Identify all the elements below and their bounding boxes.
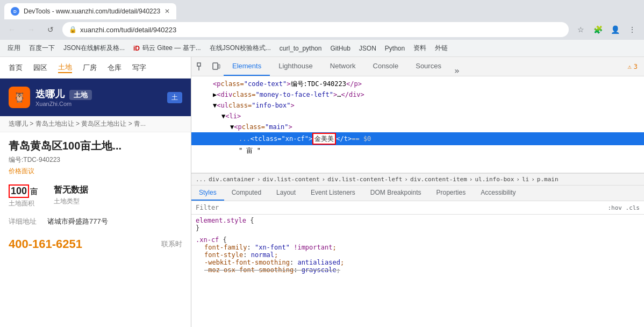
bookmark-external[interactable]: 外链: [432, 42, 451, 54]
styles-panel: Styles Computed Layout Event Listeners D…: [191, 186, 644, 327]
site-logo[interactable]: 🦉: [9, 87, 30, 108]
tab-elements[interactable]: Elements: [224, 57, 270, 76]
phone-area: 400-161-6251 联系时: [0, 231, 191, 258]
area-unit: 亩: [30, 187, 38, 197]
highlighted-text: 金美美: [312, 133, 336, 145]
breadcrumb-ul-infobox[interactable]: ul.info-box: [475, 176, 514, 183]
star-icon[interactable]: ☆: [573, 22, 588, 37]
breadcrumb-div-list-content-left[interactable]: div.list-content-left: [327, 176, 402, 183]
browser-tab[interactable]: D DevTools - www.xuanzhi.com/tudi/detail…: [4, 3, 176, 19]
nav-item-park[interactable]: 园区: [33, 63, 47, 73]
bookmarks-bar: 应用 百度一下 JSON在线解析及格... iD 码云 Gitee — 基于..…: [0, 40, 644, 57]
breadcrumb-div-list-content[interactable]: div.list-content: [263, 176, 320, 183]
address-bar[interactable]: 🔒 xuanzhi.com/tudi/detail/940223: [62, 22, 569, 37]
favicon-letter: D: [13, 9, 17, 14]
menu-icon[interactable]: ⋮: [625, 22, 640, 37]
stat-area: 100 亩 土地面积: [9, 184, 38, 208]
tab-close-button[interactable]: ✕: [164, 8, 170, 15]
type-label: 土地类型: [54, 197, 88, 206]
dom-line-text-mu[interactable]: " 亩 ": [191, 145, 644, 156]
back-button[interactable]: ←: [4, 22, 19, 37]
svg-rect-2: [213, 63, 218, 69]
bookmark-label: 在线JSON校验格式...: [210, 44, 271, 53]
bookmark-json-validator[interactable]: 在线JSON校验格式...: [206, 42, 274, 54]
dom-line-li[interactable]: ▼ <li>: [191, 111, 644, 122]
area-label: 土地面积: [9, 199, 38, 208]
bookmark-apps[interactable]: 应用: [4, 42, 24, 54]
tab-favicon: D: [11, 7, 19, 16]
bookmark-label: GitHub: [330, 45, 350, 52]
style-rule-element: element.style { }: [196, 217, 640, 232]
logo-text-area: 迭哪儿 土地 XuanZhi.Com: [35, 88, 92, 107]
styles-tab-styles[interactable]: Styles: [191, 186, 224, 201]
breadcrumb-div-container[interactable]: div.cantainer: [209, 176, 255, 183]
nav-item-warehouse[interactable]: 仓库: [108, 63, 121, 73]
bookmark-gitee[interactable]: iD 码云 Gitee — 基于...: [130, 42, 204, 54]
bookmark-json-parse[interactable]: JSON在线解析及格...: [60, 42, 128, 54]
property-address: 详细地址 诸城市舜盛路777号: [0, 212, 191, 231]
filter-hov-cls[interactable]: :hov .cls: [607, 204, 640, 211]
site-logo-area: 🦉 迭哪儿 土地 XuanZhi.Com 土: [0, 79, 191, 116]
breadcrumb-div-content-item[interactable]: div.content-item: [410, 176, 467, 183]
nav-item-home[interactable]: 首页: [9, 63, 23, 73]
style-prop-font-family: font-family: "xn-font" !important;: [196, 244, 640, 251]
devtools-device-icon[interactable]: [209, 59, 224, 74]
breadcrumb-ellipsis[interactable]: ...: [196, 176, 206, 183]
area-number-highlighted: 100: [9, 184, 29, 198]
account-icon[interactable]: 👤: [607, 22, 622, 37]
tab-console[interactable]: Console: [364, 57, 407, 76]
filter-input[interactable]: [196, 202, 607, 213]
breadcrumb: 迭哪儿 > 青岛土地出让 > 黄岛区土地出让 > 青...: [0, 116, 191, 132]
styles-tab-computed[interactable]: Computed: [224, 186, 269, 201]
bookmark-resources[interactable]: 资料: [410, 42, 430, 54]
bookmark-curl-python[interactable]: curl_to_python: [276, 44, 325, 53]
style-prop-font-style: font-style: normal;: [196, 251, 640, 259]
bookmark-json[interactable]: JSON: [356, 44, 380, 53]
bookmark-python[interactable]: Python: [382, 44, 408, 53]
ellipsis-dots: ...: [239, 134, 251, 144]
dom-breadcrumb: ... div.cantainer › div.list-content › d…: [191, 173, 644, 186]
bookmark-baidu[interactable]: 百度一下: [26, 42, 58, 54]
nav-item-factory[interactable]: 厂房: [83, 63, 97, 73]
styles-tab-dom-breakpoints[interactable]: DOM Breakpoints: [363, 186, 429, 201]
styles-tab-accessibility[interactable]: Accessibility: [473, 186, 523, 201]
nav-item-land[interactable]: 土地: [58, 62, 72, 73]
breadcrumb-li[interactable]: li: [522, 176, 529, 183]
devtools-topbar: Elements Lighthouse Network Console Sour…: [191, 57, 644, 76]
styles-tabs: Styles Computed Layout Event Listeners D…: [191, 186, 644, 201]
tab-sources[interactable]: Sources: [407, 57, 450, 76]
devtools-tabs: Elements Lighthouse Network Console Sour…: [224, 57, 464, 76]
price-label: 价格面议: [9, 167, 182, 176]
extension-icon[interactable]: 🧩: [590, 22, 605, 37]
breadcrumb-p-main[interactable]: p.main: [537, 176, 559, 183]
dom-line-div-money[interactable]: ▶ <div class="money-to-face-left">…</div…: [191, 89, 644, 100]
dom-line-ul-infobox[interactable]: ▼ <ul class="info-box">: [191, 100, 644, 111]
logo-subtitle: XuanZhi.Com: [35, 101, 92, 107]
nav-item-office[interactable]: 写字: [132, 63, 146, 73]
bookmark-label: 百度一下: [29, 44, 55, 53]
dom-line-t-xncf[interactable]: ... <t class= "xn-cf" > 金美美 </t> == $0: [191, 132, 644, 145]
tab-lighthouse[interactable]: Lighthouse: [270, 57, 321, 76]
dom-line-p-main[interactable]: ▼ <p class="main">: [191, 122, 644, 132]
devtools-inspect-icon[interactable]: [194, 59, 209, 74]
devtools-panel: Elements Lighthouse Network Console Sour…: [191, 57, 644, 327]
styles-content: element.style { } .xn-cf { font-family: …: [191, 215, 644, 327]
bookmark-label: JSON: [359, 45, 376, 52]
bookmark-github[interactable]: GitHub: [327, 44, 353, 53]
contact-label: 联系时: [161, 239, 182, 249]
styles-tab-layout[interactable]: Layout: [269, 186, 303, 201]
logo-name: 迭哪儿: [35, 89, 65, 99]
forward-button[interactable]: →: [24, 22, 39, 37]
gitee-icon: iD: [133, 45, 140, 52]
devtools-more-tabs[interactable]: »: [450, 66, 464, 76]
refresh-button[interactable]: ↺: [43, 22, 58, 37]
dom-viewer[interactable]: <p class="code-text">编号:TDC-940223</p> ▶…: [191, 76, 644, 173]
style-selector-element: element.style {: [196, 217, 640, 224]
dom-line-p-code[interactable]: <p class="code-text">编号:TDC-940223</p>: [191, 79, 644, 89]
styles-tab-properties[interactable]: Properties: [429, 186, 474, 201]
tab-network[interactable]: Network: [321, 57, 364, 76]
style-prop-webkit-smoothing: -webkit-font-smoothing: antialiased;: [196, 259, 640, 266]
styles-tab-event-listeners[interactable]: Event Listeners: [303, 186, 363, 201]
bookmark-label: 码云 Gitee — 基于...: [142, 44, 201, 53]
property-title-area: 青岛黄岛区100亩土地... 编号:TDC-940223 价格面议: [0, 132, 191, 180]
